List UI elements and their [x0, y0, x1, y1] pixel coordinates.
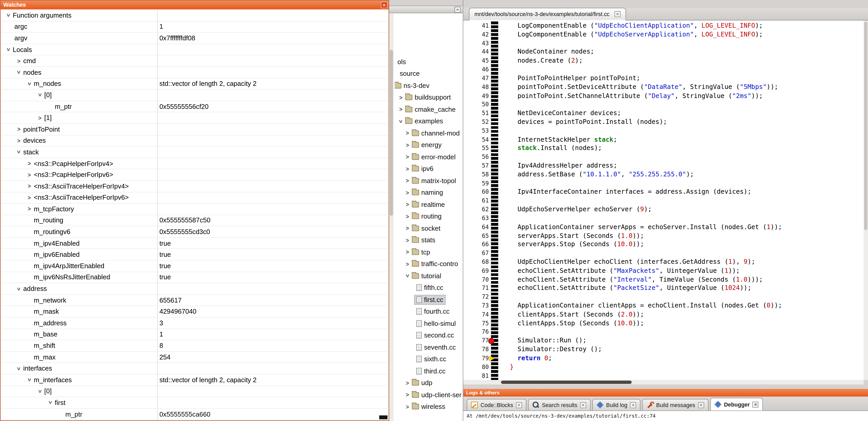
line-number[interactable]: 57	[463, 162, 489, 170]
tree-item-sixth-cc[interactable]: sixth.cc	[414, 355, 448, 364]
code-line[interactable]: 76	[463, 328, 864, 336]
logs-tab-debugger[interactable]: Debugger×	[710, 398, 763, 411]
editor-horizontal-scrollbar[interactable]	[463, 380, 864, 385]
watch-row[interactable]: ><ns3::PcapHelperForIpv4>	[1, 158, 389, 169]
line-number[interactable]: 71	[463, 284, 489, 293]
code-line[interactable]: 50	[463, 100, 864, 109]
close-tab-icon[interactable]: ×	[516, 402, 522, 408]
resize-grip[interactable]	[379, 415, 388, 419]
code-line[interactable]: 54 InternetStackHelper stack;	[463, 135, 864, 144]
line-number[interactable]: 52	[463, 118, 489, 126]
tree-row[interactable]: >buildsupport	[395, 92, 463, 103]
tree-row[interactable]: >stats	[395, 234, 463, 246]
line-number[interactable]: 62	[463, 205, 489, 214]
line-number[interactable]: 69	[463, 266, 489, 275]
line-number[interactable]: 46	[463, 65, 489, 74]
code-line[interactable]: 41 LogComponentEnable ("UdpEchoClientApp…	[463, 22, 864, 30]
tree-row[interactable]: third.cc	[395, 365, 463, 377]
tree-scrollbar[interactable]	[389, 14, 394, 421]
line-number[interactable]: 80	[463, 363, 489, 371]
scrollbar-thumb[interactable]	[501, 381, 632, 384]
expander-closed-icon[interactable]: >	[403, 142, 412, 148]
watch-row[interactable]: >m_max254	[1, 352, 389, 363]
watch-row[interactable]: >m_base1	[1, 329, 389, 340]
tree-row[interactable]: source	[395, 68, 463, 79]
code-line[interactable]: 43	[463, 39, 864, 48]
expander-open-icon[interactable]: >	[26, 376, 33, 384]
line-number[interactable]: 79	[463, 354, 489, 363]
line-number[interactable]: 43	[463, 39, 489, 48]
code-line[interactable]: 68 UdpEchoClientHelper echoClient (inter…	[463, 258, 864, 267]
expander-closed-icon[interactable]: >	[403, 177, 412, 184]
expander-closed-icon[interactable]: >	[25, 206, 34, 212]
tree-item-tutorial[interactable]: >tutorial	[401, 271, 443, 280]
tree-row[interactable]: >routing	[395, 210, 463, 222]
watch-row[interactable]: >m_ptr0x5555555ca660	[1, 409, 389, 420]
watch-row[interactable]: >m_network655617	[1, 295, 389, 306]
line-number[interactable]: 44	[463, 48, 489, 57]
tree-row[interactable]: >ipv6	[395, 163, 463, 175]
watch-row[interactable]: >pointToPoint	[1, 124, 389, 135]
watch-row[interactable]: >Locals	[1, 44, 389, 56]
expander-open-icon[interactable]: >	[26, 79, 33, 88]
tree-row[interactable]: >tcp	[395, 246, 463, 258]
code-line[interactable]: 59	[463, 179, 864, 188]
tree-item-udp-client-ser[interactable]: >udp-client-ser	[401, 390, 463, 399]
watch-row[interactable]: >[0]	[1, 90, 389, 101]
expander-open-icon[interactable]: >	[5, 45, 11, 54]
tree-row[interactable]: first.cc	[395, 294, 463, 306]
line-number[interactable]: 73	[463, 301, 489, 310]
tree-item-examples[interactable]: >examples	[395, 117, 444, 126]
code-line[interactable]: 72	[463, 293, 864, 301]
code-line[interactable]: 60 Ipv4InterfaceContainer interfaces = a…	[463, 188, 864, 197]
tree-item-second-cc[interactable]: second.cc	[414, 331, 456, 340]
line-number[interactable]: 41	[463, 22, 489, 30]
line-number[interactable]: 68	[463, 258, 489, 267]
watch-row[interactable]: >m_mask4294967040	[1, 306, 389, 318]
watch-row[interactable]: >[1]	[1, 112, 389, 124]
management-titlebar[interactable]: ×	[389, 5, 463, 13]
code-line[interactable]: 56	[463, 153, 864, 162]
line-number[interactable]: 65	[463, 231, 489, 240]
code-line[interactable]: 46	[463, 65, 864, 74]
expander-closed-icon[interactable]: >	[403, 404, 412, 410]
tree-row[interactable]: >energy	[395, 139, 463, 151]
line-number[interactable]: 45	[463, 57, 489, 65]
tree-row[interactable]: fifth.cc	[395, 282, 463, 294]
code-line[interactable]: 53	[463, 126, 864, 135]
code-line[interactable]: 67	[463, 249, 864, 258]
line-number[interactable]: 77	[463, 336, 489, 345]
line-number[interactable]: 64	[463, 223, 489, 231]
expander-closed-icon[interactable]: >	[25, 160, 34, 166]
logs-titlebar[interactable]: Logs & others	[463, 389, 868, 397]
tree-item-ipv6[interactable]: >ipv6	[401, 164, 435, 173]
editor-tab[interactable]: mnt/dev/tools/source/ns-3-dev/examples/t…	[469, 8, 626, 21]
watch-row[interactable]: argv0x7fffffffdf08	[1, 33, 389, 44]
code-line[interactable]: 81	[463, 371, 864, 380]
tree-item-traffic-contro[interactable]: >traffic-contro	[401, 260, 460, 268]
tree-row[interactable]: >examples	[395, 115, 463, 127]
line-number[interactable]: 63	[463, 214, 489, 223]
expander-closed-icon[interactable]: >	[25, 183, 34, 189]
watch-row[interactable]: >address	[1, 284, 389, 295]
code-line[interactable]: 63	[463, 214, 864, 223]
expander-closed-icon[interactable]: >	[14, 137, 23, 144]
close-icon[interactable]: ×	[381, 2, 388, 8]
tree-item-udp[interactable]: >udp	[401, 379, 434, 387]
tree-row[interactable]: >matrix-topol	[395, 175, 463, 187]
code-line[interactable]: 45 nodes.Create (2);	[463, 57, 864, 65]
close-tab-icon[interactable]: ×	[698, 402, 704, 408]
expander-closed-icon[interactable]: >	[397, 106, 405, 112]
code-line[interactable]: 66 serverApps.Stop (Seconds (10.0));	[463, 240, 864, 249]
logs-tab-search-results[interactable]: Search results×	[528, 399, 591, 411]
expander-closed-icon[interactable]: >	[403, 225, 412, 231]
tree-item-ns-3-dev[interactable]: >ns-3-dev	[395, 81, 431, 90]
code-line[interactable]: 62 UdpEchoServerHelper echoServer (9);	[463, 205, 864, 214]
watch-row[interactable]: >m_address3	[1, 318, 389, 329]
tree-row[interactable]: >wireless	[395, 401, 463, 413]
logs-tab-code-blocks[interactable]: Code::Blocks×	[467, 399, 526, 411]
expander-open-icon[interactable]: >	[48, 398, 54, 407]
line-number[interactable]: 78	[463, 345, 489, 354]
expander-closed-icon[interactable]: >	[403, 201, 412, 208]
line-number[interactable]: 70	[463, 275, 489, 284]
